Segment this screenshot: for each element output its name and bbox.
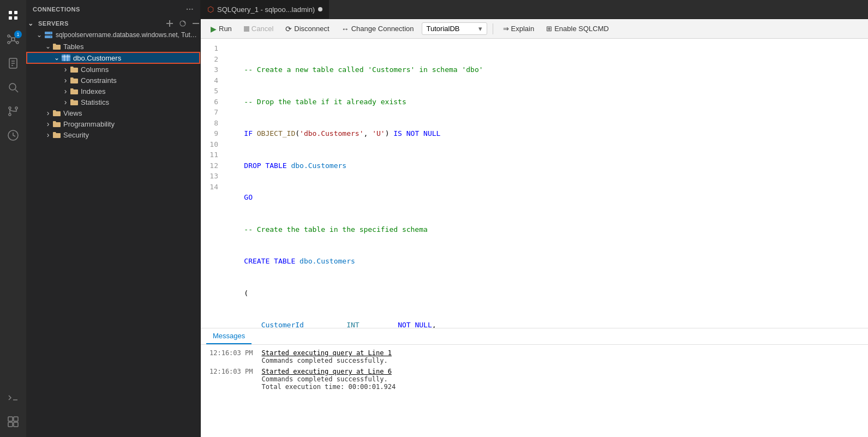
svg-point-36	[50, 37, 51, 38]
msg-link-1: Started executing query at Line 1	[261, 349, 391, 357]
sidebar-header-actions: ···	[186, 4, 194, 14]
msg-body-1: Started executing query at Line 1 Comman…	[261, 349, 391, 364]
programmability-node[interactable]: Programmability	[26, 118, 200, 129]
security-chevron	[44, 130, 52, 139]
svg-rect-0	[9, 11, 12, 14]
code-editor[interactable]: -- Create a new table called 'Customers'…	[223, 39, 868, 328]
run-history-icon[interactable]	[2, 124, 24, 146]
msg-sub-2a: Commands completed successfully.	[261, 375, 396, 383]
svg-line-11	[10, 40, 12, 43]
servers-chevron	[26, 19, 35, 28]
connections-icon[interactable]: 1	[2, 28, 24, 50]
svg-rect-3	[14, 16, 17, 20]
svg-point-7	[8, 41, 10, 44]
svg-line-9	[10, 36, 12, 38]
editor-toolbar: ▶ Run Cancel ⟳ Disconnect ↔ Change Conne…	[201, 19, 868, 39]
change-connection-icon: ↔	[342, 25, 349, 33]
svg-rect-2	[9, 16, 12, 20]
svg-point-20	[9, 107, 11, 109]
explain-button[interactable]: ⇒ Explain	[499, 23, 539, 34]
terminal-icon[interactable]	[2, 387, 24, 409]
disconnect-button[interactable]: ⟳ Disconnect	[281, 23, 333, 35]
indexes-chevron	[61, 87, 70, 95]
database-dropdown[interactable]: TutorialDB ▾	[422, 22, 487, 35]
statistics-node[interactable]: Statistics	[26, 97, 200, 107]
programmability-label: Programmability	[63, 120, 200, 128]
change-connection-button[interactable]: ↔ Change Connection	[337, 23, 418, 35]
svg-rect-26	[14, 417, 18, 421]
dbo-customers-node[interactable]: dbo.Customers	[26, 52, 200, 64]
server-node[interactable]: sqlpoolservername.database.windows.net, …	[26, 29, 200, 41]
line-numbers: 1 2 3 4 5 6 7 8 9 10 11 12 13 14	[201, 39, 223, 328]
indexes-label: Indexes	[81, 87, 200, 95]
views-node[interactable]: Views	[26, 107, 200, 118]
cancel-button[interactable]: Cancel	[240, 23, 278, 34]
editor-area[interactable]: 1 2 3 4 5 6 7 8 9 10 11 12 13 14 -- Crea…	[201, 39, 868, 328]
tables-node[interactable]: Tables	[26, 41, 200, 52]
explain-icon: ⇒	[503, 25, 509, 33]
chevron-down-icon: ▾	[478, 25, 482, 33]
git-icon[interactable]	[2, 100, 24, 122]
servers-section-header[interactable]: SERVERS	[26, 18, 200, 29]
svg-point-17	[9, 83, 16, 90]
views-chevron	[44, 109, 52, 117]
svg-point-19	[9, 113, 11, 116]
statistics-label: Statistics	[81, 98, 200, 106]
run-label: Run	[219, 25, 232, 33]
columns-folder-icon	[70, 65, 79, 74]
svg-line-12	[14, 40, 16, 43]
views-folder-icon	[52, 109, 61, 117]
msg-sub-2b: Total execution time: 00:00:01.924	[261, 383, 396, 391]
constraints-label: Constraints	[81, 76, 200, 85]
tables-label: Tables	[63, 43, 200, 51]
explorer-icon[interactable]	[2, 4, 24, 26]
statistics-folder-icon	[70, 98, 79, 106]
cancel-icon	[244, 26, 249, 32]
indexes-node[interactable]: Indexes	[26, 86, 200, 97]
folder-icon	[52, 42, 61, 51]
table-icon	[61, 53, 71, 63]
constraints-folder-icon	[70, 76, 79, 85]
svg-rect-1	[14, 11, 17, 14]
tab-bar: ⬡ SQLQuery_1 - sqlpoo...ladmin)	[201, 0, 868, 19]
search-icon[interactable]	[2, 76, 24, 98]
enable-sqlcmd-label: Enable SQLCMD	[554, 25, 609, 33]
columns-label: Columns	[81, 65, 200, 74]
svg-rect-25	[8, 417, 13, 421]
msg-time-1: 12:16:03 PM	[209, 349, 253, 364]
query-tab[interactable]: ⬡ SQLQuery_1 - sqlpoo...ladmin)	[201, 0, 330, 19]
tables-chevron	[44, 42, 52, 51]
columns-node[interactable]: Columns	[26, 64, 200, 75]
extensions-icon[interactable]	[2, 411, 24, 433]
security-node[interactable]: Security	[26, 129, 200, 140]
svg-rect-28	[14, 422, 18, 427]
svg-line-18	[15, 89, 18, 92]
messages-tabs: Messages	[201, 328, 868, 345]
constraints-node[interactable]: Constraints	[26, 75, 200, 86]
programmability-chevron	[44, 119, 52, 128]
views-label: Views	[63, 109, 200, 117]
columns-chevron	[61, 65, 70, 74]
security-label: Security	[63, 131, 200, 139]
notebooks-icon[interactable]	[2, 52, 24, 74]
programmability-folder-icon	[52, 119, 61, 128]
svg-rect-27	[8, 422, 13, 427]
svg-rect-30	[166, 23, 173, 24]
server-chevron	[35, 31, 44, 39]
refresh-icon[interactable]	[178, 19, 187, 28]
notification-badge: 1	[14, 31, 22, 38]
enable-sqlcmd-button[interactable]: ⊞ Enable SQLCMD	[542, 23, 613, 34]
new-connection-icon[interactable]	[165, 19, 174, 28]
database-name: TutorialDB	[427, 25, 460, 33]
message-row-1: 12:16:03 PM Started executing query at L…	[209, 349, 859, 364]
tab-title: SQLQuery_1 - sqlpoo...ladmin)	[217, 5, 315, 14]
more-actions-icon[interactable]: ···	[186, 4, 194, 14]
run-icon: ▶	[211, 25, 217, 33]
svg-rect-37	[62, 55, 70, 61]
sqlcmd-icon: ⊞	[546, 25, 552, 33]
collapse-all-icon[interactable]	[191, 19, 200, 28]
messages-tab[interactable]: Messages	[206, 328, 252, 344]
msg-time-2: 12:16:03 PM	[209, 368, 253, 391]
sidebar-header: CONNECTIONS ···	[26, 0, 200, 18]
run-button[interactable]: ▶ Run	[206, 23, 236, 35]
